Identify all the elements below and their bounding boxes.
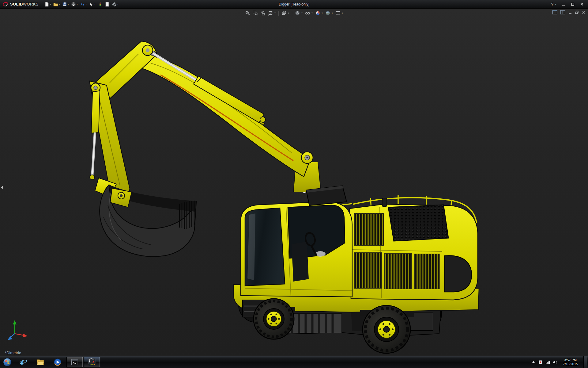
media-player-icon xyxy=(54,358,62,366)
open-button[interactable]: ▾ xyxy=(52,1,61,8)
svg-text:e: e xyxy=(21,358,24,366)
titlebar: SOLIDWORKS ▾ ▾ xyxy=(0,0,588,9)
chevron-down-icon[interactable]: ▾ xyxy=(68,3,69,6)
apply-scene-sphere-icon xyxy=(325,10,330,16)
options-button[interactable]: ▾ xyxy=(111,1,119,8)
taskbar-media-player[interactable] xyxy=(49,357,66,368)
system-tray: 3:57 PM 7/13/2015 xyxy=(531,356,588,368)
close-button[interactable] xyxy=(578,1,586,7)
graphics-viewport[interactable]: ▾ ▾ ▾ xyxy=(0,9,588,356)
chevron-down-icon[interactable]: ▾ xyxy=(301,12,303,14)
view-orientation-cube-icon xyxy=(281,10,287,16)
speaker-icon xyxy=(553,360,557,364)
print-button[interactable]: ▾ xyxy=(70,1,79,8)
zoom-to-area-button[interactable] xyxy=(251,10,259,16)
taskbar-file-explorer[interactable] xyxy=(32,357,49,368)
chevron-down-icon[interactable]: ▾ xyxy=(85,3,87,6)
display-style-cube-icon xyxy=(295,10,300,16)
front-right-wheel[interactable] xyxy=(363,305,410,353)
pane-layout-split-icon xyxy=(560,10,565,14)
save-button[interactable]: ▾ xyxy=(61,1,70,8)
chevron-down-icon[interactable]: ▾ xyxy=(50,3,51,6)
network-bars-icon xyxy=(545,360,550,364)
undo-arrow-icon xyxy=(80,2,85,7)
pane-layout-button-1[interactable] xyxy=(552,10,557,14)
maximize-button[interactable] xyxy=(568,1,577,7)
toolbar-separator xyxy=(278,11,279,16)
standard-toolbar: ▾ ▾ ▾ xyxy=(43,1,119,8)
file-properties-button[interactable] xyxy=(104,1,111,8)
chevron-down-icon[interactable]: ▾ xyxy=(59,3,60,6)
tray-app-icon[interactable] xyxy=(538,360,543,364)
chevron-down-icon[interactable]: ▾ xyxy=(94,3,96,6)
taskbar-internet-explorer[interactable]: e xyxy=(15,357,32,368)
network-icon[interactable] xyxy=(545,360,550,364)
bucket[interactable] xyxy=(100,185,196,256)
solidworks-brand: SOLIDWORKS xyxy=(0,2,43,7)
chevron-down-icon[interactable]: ▾ xyxy=(311,12,313,14)
chevron-down-icon[interactable]: ▾ xyxy=(322,12,323,14)
feature-panel-toggle[interactable] xyxy=(0,180,4,194)
edit-appearance-button[interactable]: ▾ xyxy=(314,10,324,16)
doc-close-icon xyxy=(582,10,586,14)
chevron-down-icon[interactable]: ▾ xyxy=(274,12,276,14)
view-orientation-button[interactable]: ▾ xyxy=(280,10,290,16)
display-style-button[interactable]: ▾ xyxy=(294,10,304,16)
chevron-down-icon[interactable]: ▾ xyxy=(117,3,119,6)
brand-bold: SOLID xyxy=(10,2,23,6)
zoom-to-area-icon xyxy=(253,10,258,16)
hidden-icons-button[interactable] xyxy=(531,360,536,364)
view-settings-button[interactable]: ▾ xyxy=(334,10,344,16)
titlebar-window-controls: ? ▾ xyxy=(549,1,588,7)
doc-restore-button[interactable] xyxy=(575,10,579,14)
clock[interactable]: 3:57 PM 7/13/2015 xyxy=(560,358,581,366)
tray-app-square-icon xyxy=(538,360,543,364)
view-orientation-label: *Dimetric xyxy=(5,351,21,355)
chevron-down-icon[interactable]: ▾ xyxy=(77,3,78,6)
open-folder-icon xyxy=(53,2,58,7)
windows-start-icon xyxy=(3,358,12,367)
doc-restore-icon xyxy=(575,10,579,14)
stick-arm[interactable] xyxy=(89,81,130,200)
minimize-button[interactable] xyxy=(559,1,568,7)
hide-show-items-button[interactable]: ▾ xyxy=(304,10,314,16)
zoom-to-fit-icon xyxy=(245,10,250,16)
taskbar: e xyxy=(0,356,588,368)
x-axis-arrow xyxy=(23,334,28,337)
start-button[interactable] xyxy=(0,356,15,368)
rebuild-traffic-light-icon xyxy=(98,2,103,7)
help-button[interactable]: ? ▾ xyxy=(549,2,559,6)
zoom-to-fit-button[interactable] xyxy=(244,10,251,16)
excavator-model[interactable] xyxy=(0,9,588,356)
taskbar-command-prompt[interactable] xyxy=(66,357,83,368)
chevron-down-icon[interactable]: ▾ xyxy=(288,12,289,14)
pane-layout-button-2[interactable] xyxy=(560,10,565,14)
solidworks-year-label: 2015 xyxy=(89,363,95,366)
doc-minimize-button[interactable] xyxy=(568,10,572,14)
taskbar-solidworks[interactable]: 2015 xyxy=(84,357,100,368)
select-button[interactable]: ▾ xyxy=(88,1,96,8)
doc-close-button[interactable] xyxy=(582,10,586,14)
chevron-down-icon[interactable]: ▾ xyxy=(342,12,343,14)
file-properties-icon xyxy=(105,2,110,7)
new-document-button[interactable]: ▾ xyxy=(43,1,52,8)
previous-view-button[interactable] xyxy=(259,10,267,16)
view-settings-monitor-icon xyxy=(335,10,341,16)
volume-icon[interactable] xyxy=(553,360,557,364)
cab[interactable] xyxy=(241,186,352,297)
pane-layout-icon xyxy=(552,10,557,14)
help-label: ? xyxy=(551,2,553,6)
minimize-icon xyxy=(562,2,565,6)
y-axis-arrow xyxy=(13,320,17,324)
show-desktop-button[interactable] xyxy=(583,356,587,368)
maximize-icon xyxy=(571,2,575,6)
doc-minimize-icon xyxy=(568,10,572,14)
chevron-down-icon[interactable]: ▾ xyxy=(555,3,556,6)
rebuild-button[interactable] xyxy=(97,1,104,8)
section-view-button[interactable]: ▾ xyxy=(267,10,277,16)
front-left-wheel[interactable] xyxy=(254,299,294,339)
undo-button[interactable]: ▾ xyxy=(79,1,88,8)
new-document-icon xyxy=(44,2,49,7)
chevron-down-icon[interactable]: ▾ xyxy=(332,12,333,14)
apply-scene-button[interactable]: ▾ xyxy=(324,10,334,16)
